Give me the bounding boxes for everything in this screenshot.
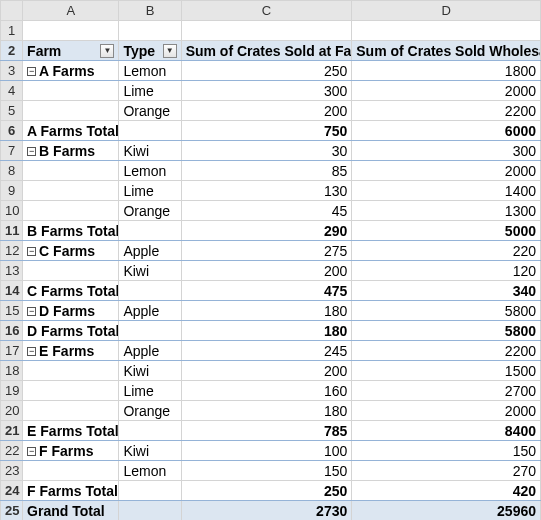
cell-farm[interactable]: B Farms Total bbox=[23, 221, 119, 241]
cell-sum-wholesale[interactable]: 2000 bbox=[352, 161, 541, 181]
row-header[interactable]: 22 bbox=[1, 441, 23, 461]
row-header[interactable]: 15 bbox=[1, 301, 23, 321]
cell-type[interactable]: Kiwi bbox=[119, 441, 181, 461]
cell-sum-farm[interactable]: 30 bbox=[181, 141, 352, 161]
cell-type[interactable] bbox=[119, 421, 181, 441]
row-header[interactable]: 12 bbox=[1, 241, 23, 261]
cell-type[interactable]: Apple bbox=[119, 301, 181, 321]
cell-type[interactable] bbox=[119, 321, 181, 341]
cell-sum-farm[interactable] bbox=[181, 21, 352, 41]
cell-type[interactable]: Apple bbox=[119, 341, 181, 361]
row-header[interactable]: 1 bbox=[1, 21, 23, 41]
col-header-b[interactable]: B bbox=[119, 1, 181, 21]
row-header[interactable]: 2 bbox=[1, 41, 23, 61]
cell-farm[interactable]: −F Farms bbox=[23, 441, 119, 461]
row-header[interactable]: 10 bbox=[1, 201, 23, 221]
row-header[interactable]: 20 bbox=[1, 401, 23, 421]
cell-farm[interactable]: C Farms Total bbox=[23, 281, 119, 301]
cell-farm[interactable]: −B Farms bbox=[23, 141, 119, 161]
cell-farm[interactable] bbox=[23, 201, 119, 221]
row-header[interactable]: 19 bbox=[1, 381, 23, 401]
cell-farm[interactable] bbox=[23, 381, 119, 401]
row-header[interactable]: 3 bbox=[1, 61, 23, 81]
cell-farm[interactable] bbox=[23, 81, 119, 101]
cell-sum-wholesale[interactable]: 150 bbox=[352, 441, 541, 461]
cell-type[interactable] bbox=[119, 481, 181, 501]
row-header[interactable]: 7 bbox=[1, 141, 23, 161]
cell-sum-farm[interactable]: 150 bbox=[181, 461, 352, 481]
cell-sum-wholesale[interactable]: 1300 bbox=[352, 201, 541, 221]
cell-farm[interactable] bbox=[23, 181, 119, 201]
cell-sum-wholesale[interactable]: 5800 bbox=[352, 301, 541, 321]
cell-type[interactable]: Orange bbox=[119, 201, 181, 221]
cell-type[interactable]: Lime bbox=[119, 81, 181, 101]
cell-farm[interactable]: F Farms Total bbox=[23, 481, 119, 501]
row-header[interactable]: 9 bbox=[1, 181, 23, 201]
col-header-c[interactable]: C bbox=[181, 1, 352, 21]
cell-type[interactable]: Lime bbox=[119, 181, 181, 201]
cell-sum-wholesale[interactable]: 1800 bbox=[352, 61, 541, 81]
cell-farm[interactable] bbox=[23, 261, 119, 281]
cell-sum-farm[interactable]: 100 bbox=[181, 441, 352, 461]
cell-type[interactable]: Kiwi bbox=[119, 261, 181, 281]
cell-sum-farm[interactable]: 160 bbox=[181, 381, 352, 401]
collapse-icon[interactable]: − bbox=[27, 307, 36, 316]
cell-sum-farm[interactable]: 245 bbox=[181, 341, 352, 361]
cell-sum-wholesale[interactable]: 420 bbox=[352, 481, 541, 501]
cell-farm[interactable]: −D Farms bbox=[23, 301, 119, 321]
cell-type[interactable] bbox=[119, 221, 181, 241]
cell-farm[interactable]: A Farms Total bbox=[23, 121, 119, 141]
cell-sum-wholesale[interactable]: 120 bbox=[352, 261, 541, 281]
cell-farm[interactable] bbox=[23, 161, 119, 181]
row-header[interactable]: 25 bbox=[1, 501, 23, 521]
cell-type[interactable]: Type▼ bbox=[119, 41, 181, 61]
cell-sum-farm[interactable]: 785 bbox=[181, 421, 352, 441]
collapse-icon[interactable]: − bbox=[27, 147, 36, 156]
cell-sum-wholesale[interactable]: 2700 bbox=[352, 381, 541, 401]
cell-farm[interactable]: Farm▼ bbox=[23, 41, 119, 61]
cell-sum-wholesale[interactable]: 6000 bbox=[352, 121, 541, 141]
row-header[interactable]: 4 bbox=[1, 81, 23, 101]
cell-sum-wholesale[interactable]: 5800 bbox=[352, 321, 541, 341]
cell-sum-wholesale[interactable]: 2000 bbox=[352, 81, 541, 101]
cell-type[interactable] bbox=[119, 121, 181, 141]
row-header[interactable]: 21 bbox=[1, 421, 23, 441]
cell-sum-farm[interactable]: 2730 bbox=[181, 501, 352, 521]
row-header[interactable]: 24 bbox=[1, 481, 23, 501]
cell-farm[interactable] bbox=[23, 461, 119, 481]
cell-type[interactable]: Kiwi bbox=[119, 141, 181, 161]
cell-type[interactable]: Lemon bbox=[119, 161, 181, 181]
cell-farm[interactable] bbox=[23, 401, 119, 421]
cell-sum-farm[interactable]: 180 bbox=[181, 401, 352, 421]
cell-sum-farm[interactable]: 180 bbox=[181, 321, 352, 341]
cell-sum-farm[interactable]: 250 bbox=[181, 481, 352, 501]
cell-sum-farm[interactable]: 200 bbox=[181, 101, 352, 121]
cell-farm[interactable]: −C Farms bbox=[23, 241, 119, 261]
row-header[interactable]: 11 bbox=[1, 221, 23, 241]
cell-sum-wholesale[interactable]: 2200 bbox=[352, 101, 541, 121]
cell-sum-wholesale[interactable]: 340 bbox=[352, 281, 541, 301]
cell-type[interactable] bbox=[119, 21, 181, 41]
cell-sum-farm[interactable]: 85 bbox=[181, 161, 352, 181]
row-header[interactable]: 14 bbox=[1, 281, 23, 301]
row-header[interactable]: 23 bbox=[1, 461, 23, 481]
cell-sum-farm[interactable]: 300 bbox=[181, 81, 352, 101]
cell-sum-wholesale[interactable]: 2000 bbox=[352, 401, 541, 421]
filter-dropdown-icon[interactable]: ▼ bbox=[163, 44, 177, 58]
cell-sum-farm[interactable]: 275 bbox=[181, 241, 352, 261]
collapse-icon[interactable]: − bbox=[27, 347, 36, 356]
cell-sum-farm[interactable]: 200 bbox=[181, 361, 352, 381]
cell-sum-wholesale[interactable]: 1500 bbox=[352, 361, 541, 381]
cell-sum-farm[interactable]: 130 bbox=[181, 181, 352, 201]
cell-type[interactable] bbox=[119, 281, 181, 301]
cell-sum-farm[interactable]: 200 bbox=[181, 261, 352, 281]
cell-sum-farm[interactable]: 290 bbox=[181, 221, 352, 241]
cell-type[interactable]: Lime bbox=[119, 381, 181, 401]
cell-sum-wholesale[interactable] bbox=[352, 21, 541, 41]
cell-sum-wholesale[interactable]: 220 bbox=[352, 241, 541, 261]
row-header[interactable]: 6 bbox=[1, 121, 23, 141]
cell-sum-farm[interactable]: 250 bbox=[181, 61, 352, 81]
cell-farm[interactable]: D Farms Total bbox=[23, 321, 119, 341]
col-header-a[interactable]: A bbox=[23, 1, 119, 21]
cell-farm[interactable]: −A Farms bbox=[23, 61, 119, 81]
